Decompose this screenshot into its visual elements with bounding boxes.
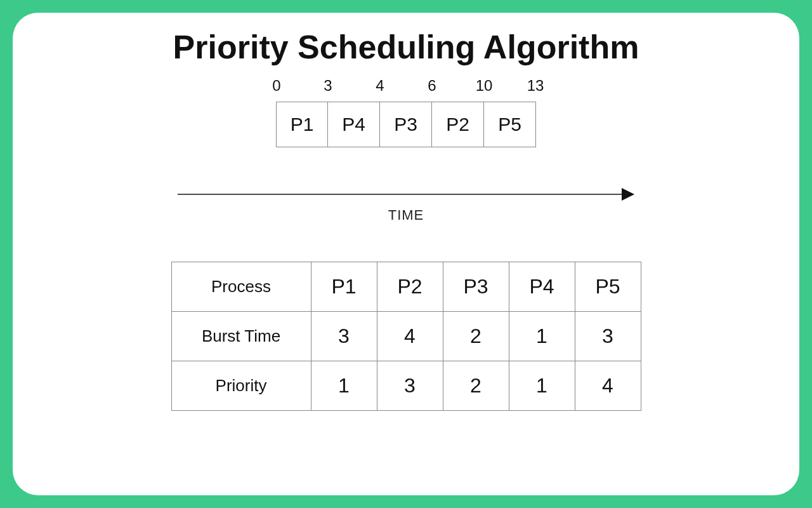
time-axis-label: TIME	[178, 207, 634, 224]
gantt-segment-label: P4	[342, 114, 365, 135]
gantt-segment: 3 P4	[328, 102, 380, 147]
gantt-row: 0 P1 3 P4 4 P3 6 P2 10 P5 13	[276, 102, 536, 147]
gantt-segment: 4 P3	[380, 102, 432, 147]
table-cell: P3	[443, 262, 509, 312]
table-cell: 1	[509, 312, 575, 361]
gantt-tick: 10	[476, 77, 493, 95]
gantt-tick: 4	[376, 77, 384, 95]
table-cell: 2	[443, 312, 509, 361]
table-cell: 1	[509, 361, 575, 411]
row-label: Burst Time	[171, 312, 311, 361]
table-row: Process P1 P2 P3 P4 P5	[171, 262, 641, 312]
table-row: Priority 1 3 2 1 4	[171, 361, 641, 411]
gantt-segment: 6 P2	[432, 102, 484, 147]
gantt-segment: 10 P5 13	[484, 102, 536, 147]
arrow-icon	[178, 185, 634, 203]
gantt-segment-label: P5	[498, 114, 521, 135]
table-cell: 3	[311, 312, 377, 361]
row-label: Process	[171, 262, 311, 312]
table-cell: 4	[575, 361, 641, 411]
table-cell: P5	[575, 262, 641, 312]
table-row: Burst Time 3 4 2 1 3	[171, 312, 641, 361]
gantt-tick: 0	[272, 77, 280, 95]
table-cell: P4	[509, 262, 575, 312]
gantt-segment: 0 P1	[276, 102, 328, 147]
gantt-segment-label: P2	[446, 114, 469, 135]
table-cell: 4	[377, 312, 443, 361]
gantt-segment-label: P3	[394, 114, 417, 135]
process-table: Process P1 P2 P3 P4 P5 Burst Time 3 4 2 …	[171, 262, 641, 411]
table-cell: 1	[311, 361, 377, 411]
svg-marker-1	[622, 188, 634, 201]
gantt-segment-label: P1	[291, 114, 314, 135]
diagram-card: Priority Scheduling Algorithm 0 P1 3 P4 …	[13, 13, 799, 495]
table-cell: 3	[575, 312, 641, 361]
table-cell: P2	[377, 262, 443, 312]
page-title: Priority Scheduling Algorithm	[38, 28, 774, 66]
gantt-tick: 6	[428, 77, 436, 95]
table-cell: P1	[311, 262, 377, 312]
time-axis: TIME	[178, 185, 634, 224]
gantt-chart: 0 P1 3 P4 4 P3 6 P2 10 P5 13	[38, 102, 774, 224]
table-cell: 3	[377, 361, 443, 411]
gantt-tick: 3	[324, 77, 332, 95]
gantt-tick-end: 13	[527, 77, 544, 95]
table-cell: 2	[443, 361, 509, 411]
row-label: Priority	[171, 361, 311, 411]
